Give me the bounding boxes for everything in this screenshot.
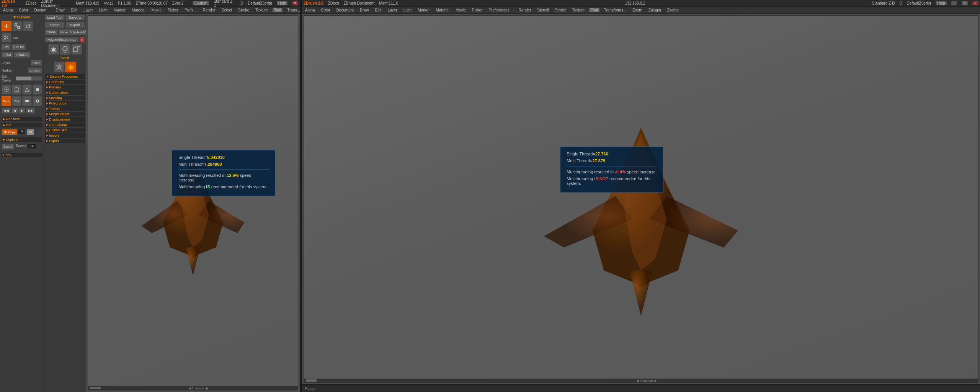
menu-stroke-l[interactable]: Stroke bbox=[237, 8, 251, 12]
menu-texture-l[interactable]: Texture bbox=[254, 8, 270, 12]
menu-draw-l[interactable]: Draw bbox=[54, 8, 66, 12]
move-btn[interactable] bbox=[2, 21, 11, 31]
menu-movie-r[interactable]: Movie bbox=[454, 8, 467, 12]
close-btn-left[interactable]: × bbox=[292, 1, 298, 5]
menu-picker-r[interactable]: Picker bbox=[470, 8, 484, 12]
scrollbar-thumb-left[interactable] bbox=[90, 387, 101, 389]
star-tool-icon2[interactable] bbox=[54, 62, 65, 72]
star-tool-icon[interactable] bbox=[48, 44, 59, 55]
menu-render-r[interactable]: Render bbox=[517, 8, 533, 12]
menu-edit-l[interactable]: Edit bbox=[69, 8, 79, 12]
zspinner-section[interactable]: ▶ ZSpinner bbox=[2, 137, 42, 142]
box-tool-icon[interactable] bbox=[71, 44, 82, 55]
menu-color-r[interactable]: Color bbox=[320, 8, 332, 12]
minimize-btn-right[interactable]: _ bbox=[951, 1, 957, 5]
menu-tool-r[interactable]: Tool bbox=[589, 8, 599, 12]
menu-zoom-r[interactable]: Zoom bbox=[631, 8, 644, 12]
canvas-left[interactable]: Single Thread=5.342010 Multi Thread=7.28… bbox=[88, 15, 298, 390]
displacement-section[interactable]: Displacement bbox=[45, 117, 85, 122]
texture-section[interactable]: Texture bbox=[45, 106, 85, 111]
zdocs-left[interactable]: ZDocs bbox=[25, 1, 36, 5]
rotate-btn[interactable] bbox=[23, 21, 33, 31]
flat-btn[interactable]: Flat bbox=[12, 96, 21, 106]
defaultzscript-left[interactable]: DefaultZScript bbox=[248, 1, 272, 5]
nav-fwd[interactable]: ▶▶ bbox=[26, 108, 35, 114]
menu-texture-r[interactable]: Texture bbox=[571, 8, 586, 12]
menu-layer-l[interactable]: Layer bbox=[82, 8, 95, 12]
brush-btn-2[interactable] bbox=[12, 85, 21, 95]
menu-light-r[interactable]: Light bbox=[402, 8, 413, 12]
inflat-btn[interactable]: Inflat bbox=[2, 52, 13, 58]
polygroups-section[interactable]: Polygroups bbox=[45, 101, 85, 106]
zdocs-right[interactable]: ZDocs bbox=[328, 1, 339, 5]
zbrushdoc-right[interactable]: ZBrush Document bbox=[344, 1, 375, 5]
masking-section[interactable]: Masking bbox=[45, 96, 85, 100]
import-section[interactable]: Import bbox=[45, 133, 85, 138]
brush-btn-4[interactable] bbox=[33, 85, 42, 95]
menu-draw-r[interactable]: Draw bbox=[358, 8, 370, 12]
menu-prefs-r[interactable]: Preferences... bbox=[487, 8, 514, 12]
menu-stroke-r[interactable]: Stroke bbox=[554, 8, 568, 12]
scrollbar-thumb-right[interactable] bbox=[305, 379, 317, 382]
menu-marker-l[interactable]: Marker bbox=[112, 8, 127, 12]
menu-zscript-r[interactable]: Zscript bbox=[666, 8, 680, 12]
menu-trans-l[interactable]: Trans... bbox=[286, 8, 302, 12]
menu-material-r[interactable]: Material bbox=[434, 8, 451, 12]
morph-target-section[interactable]: Morph Target bbox=[45, 112, 85, 116]
display-properties-section[interactable]: Display Properties bbox=[45, 74, 85, 79]
menu-zplugin-r[interactable]: Zplugin bbox=[647, 8, 663, 12]
tool-dropdown-label[interactable]: Tool▼ bbox=[45, 56, 85, 60]
help-btn-right[interactable]: Help bbox=[936, 1, 947, 5]
export-btn[interactable]: Export bbox=[65, 22, 85, 28]
menu-transforms-r[interactable]: Transforms... bbox=[603, 8, 628, 12]
menu-picker-l[interactable]: Picker bbox=[166, 8, 180, 12]
geometry-section[interactable]: Geometry bbox=[45, 80, 85, 84]
menu-movie-l[interactable]: Movie bbox=[150, 8, 163, 12]
save-as-btn[interactable]: Save As bbox=[65, 15, 85, 21]
scale-btn[interactable] bbox=[12, 21, 22, 31]
menu-marker-r[interactable]: Marker bbox=[416, 8, 431, 12]
active-star-tool-icon[interactable] bbox=[65, 62, 76, 72]
deformation-section[interactable]: Deformation bbox=[45, 90, 85, 95]
menu-stencil-r[interactable]: Stencil bbox=[536, 8, 550, 12]
canvas-right[interactable]: Single Thread=27.766 Multi Thread=27.879… bbox=[304, 15, 978, 383]
maximize-btn-right[interactable]: □ bbox=[962, 1, 968, 5]
menu-document-r[interactable]: Document bbox=[335, 8, 355, 12]
zbrushdoc-left[interactable]: ZBrush Document bbox=[41, 0, 71, 8]
menu-alpha-l[interactable]: Alpha bbox=[2, 8, 15, 12]
close-btn-right[interactable]: × bbox=[972, 1, 978, 5]
pinch-btn[interactable]: Pinch bbox=[31, 60, 42, 66]
spinit-btn[interactable]: SpinIt bbox=[2, 144, 14, 150]
stddot-btn[interactable]: StdDot bbox=[11, 44, 26, 50]
draw-btn[interactable]: Draw bbox=[2, 96, 11, 106]
menu-select-l[interactable]: Select bbox=[220, 8, 234, 12]
nav-prev[interactable]: ◀ bbox=[11, 108, 18, 114]
menu-render-l[interactable]: Render bbox=[201, 8, 217, 12]
import-btn[interactable]: Import bbox=[45, 22, 65, 28]
polymesh-label[interactable]: PolyMesh3DCopy1 bbox=[45, 37, 79, 42]
menu-color-l[interactable]: Color bbox=[18, 8, 30, 12]
cut-btn[interactable] bbox=[2, 33, 11, 42]
icon4-btn[interactable] bbox=[33, 96, 42, 106]
spinner-val[interactable]: 5 bbox=[18, 129, 26, 134]
defaultzscript-right[interactable]: DefaultZScript bbox=[907, 1, 931, 5]
a1-btn[interactable]: A1 bbox=[26, 129, 34, 135]
menu-docum-l[interactable]: Docum... bbox=[33, 8, 51, 12]
load-tool-btn[interactable]: Load Tool bbox=[45, 15, 65, 21]
modifiers-section[interactable]: ▶ Modifiers bbox=[2, 117, 42, 121]
nav-back[interactable]: ◀◀ bbox=[2, 108, 11, 114]
inflatdot-btn[interactable]: InflatDot bbox=[14, 52, 31, 58]
menu-material-l[interactable]: Material bbox=[130, 8, 147, 12]
speed-val[interactable]: 14 bbox=[27, 144, 36, 149]
help-btn-left[interactable]: Help bbox=[277, 1, 288, 5]
smooth-btn[interactable]: Smooth bbox=[28, 67, 42, 74]
brush-btn-1[interactable] bbox=[2, 85, 11, 95]
edit-curve-slider[interactable] bbox=[16, 76, 42, 81]
menu-tool-l[interactable]: Tool bbox=[273, 8, 283, 12]
normalmap-section[interactable]: NormalMap bbox=[45, 122, 85, 127]
polymesh-del-btn[interactable]: R bbox=[80, 37, 85, 42]
brush-btn-3[interactable] bbox=[22, 85, 32, 95]
3d-copy[interactable]: 3D Copy bbox=[2, 129, 17, 135]
nav-next[interactable]: ▶ bbox=[19, 108, 25, 114]
menu-alpha-r[interactable]: Alpha bbox=[304, 8, 317, 12]
